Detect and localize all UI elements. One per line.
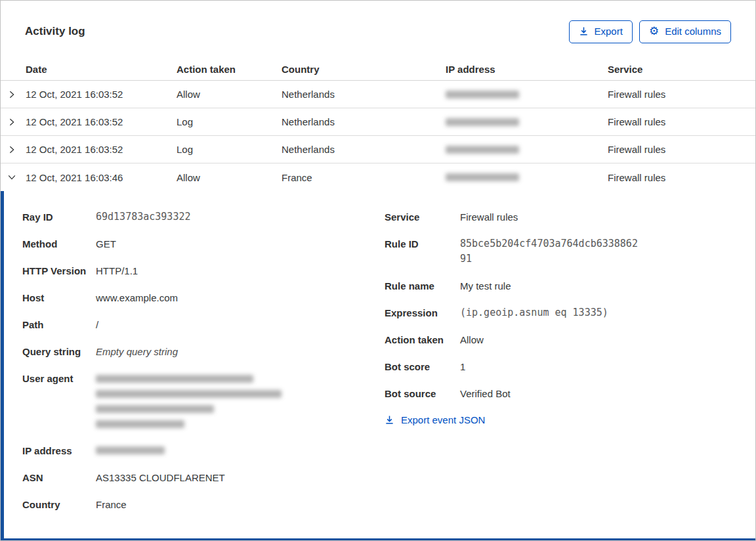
page-title: Activity log — [25, 25, 85, 38]
chevron-right-icon[interactable] — [7, 145, 26, 154]
row-service: Firewall rules — [608, 116, 755, 127]
user-agent-redacted — [96, 371, 282, 431]
edit-columns-button-label: Edit columns — [665, 26, 721, 37]
row-action-taken: Log — [177, 116, 282, 127]
detail-bot-score: Bot score 1 — [385, 359, 742, 374]
ip-address-redacted — [96, 443, 165, 458]
chevron-right-icon[interactable] — [7, 90, 26, 99]
detail-service: Service Firewall rules — [385, 209, 742, 225]
download-icon — [385, 415, 394, 425]
column-header-date: Date — [26, 64, 177, 75]
gear-icon — [649, 26, 659, 37]
event-detail-left-column: Ray ID 69d13783ac393322 Method GET HTTP … — [22, 209, 385, 525]
row-action-taken: Log — [177, 144, 282, 155]
edit-columns-button[interactable]: Edit columns — [639, 20, 731, 43]
toolbar: Export Edit columns — [569, 20, 731, 43]
export-button-label: Export — [595, 26, 623, 37]
row-action-taken: Allow — [177, 172, 282, 183]
detail-host: Host www.example.com — [22, 290, 385, 305]
column-header-country: Country — [282, 64, 446, 75]
detail-expression: Expression (ip.geoip.asnum eq 13335) — [385, 305, 742, 320]
event-detail-panel: Ray ID 69d13783ac393322 Method GET HTTP … — [1, 191, 755, 540]
detail-rule-id: Rule ID 85bce5b204cf4703a764dcb633886291 — [385, 236, 742, 267]
detail-rule-name: Rule name My test rule — [385, 278, 742, 293]
table-header: Date Action taken Country IP address Ser… — [1, 58, 755, 81]
detail-query-string: Query string Empty query string — [22, 344, 385, 359]
detail-user-agent: User agent — [22, 371, 385, 431]
table-row[interactable]: 12 Oct, 2021 16:03:52 Log Netherlands Fi… — [1, 108, 755, 136]
detail-bot-source: Bot source Verified Bot — [385, 386, 742, 401]
row-date: 12 Oct, 2021 16:03:52 — [26, 144, 177, 155]
table-row-expanded[interactable]: 12 Oct, 2021 16:03:46 Allow France Firew… — [1, 163, 755, 191]
table-row[interactable]: 12 Oct, 2021 16:03:52 Log Netherlands Fi… — [1, 136, 755, 163]
row-service: Firewall rules — [608, 89, 755, 100]
column-header-service: Service — [608, 64, 755, 75]
download-icon — [579, 26, 589, 36]
row-service: Firewall rules — [608, 144, 755, 155]
detail-ip-address: IP address — [22, 443, 385, 458]
row-country: Netherlands — [282, 144, 446, 155]
row-ip-address-redacted — [446, 118, 608, 126]
chevron-right-icon[interactable] — [7, 118, 26, 127]
detail-path: Path / — [22, 317, 385, 332]
row-date: 12 Oct, 2021 16:03:52 — [26, 89, 177, 100]
row-country: Netherlands — [282, 89, 446, 100]
row-date: 12 Oct, 2021 16:03:46 — [26, 172, 177, 183]
row-country: Netherlands — [282, 116, 446, 127]
detail-country: Country France — [22, 497, 385, 512]
activity-log-header: Activity log Export Edit columns — [1, 1, 755, 58]
detail-ray-id: Ray ID 69d13783ac393322 — [22, 209, 385, 225]
export-button[interactable]: Export — [569, 20, 633, 43]
export-event-json-link[interactable]: Export event JSON — [385, 414, 485, 425]
table-row[interactable]: 12 Oct, 2021 16:03:52 Allow Netherlands … — [1, 81, 755, 108]
row-service: Firewall rules — [608, 172, 755, 183]
chevron-down-icon[interactable] — [7, 173, 26, 182]
export-event-json-label: Export event JSON — [401, 414, 485, 425]
row-action-taken: Allow — [177, 89, 282, 100]
row-ip-address-redacted — [446, 91, 608, 98]
detail-http-version: HTTP Version HTTP/1.1 — [22, 263, 385, 278]
column-header-ip-address: IP address — [446, 64, 608, 75]
row-date: 12 Oct, 2021 16:03:52 — [26, 116, 177, 127]
event-detail-right-column: Service Firewall rules Rule ID 85bce5b20… — [385, 209, 755, 525]
detail-asn: ASN AS13335 CLOUDFLARENET — [22, 470, 385, 485]
row-country: France — [282, 172, 446, 183]
detail-method: Method GET — [22, 236, 385, 251]
detail-action-taken: Action taken Allow — [385, 332, 742, 347]
column-header-action-taken: Action taken — [177, 64, 282, 75]
row-ip-address-redacted — [446, 173, 608, 181]
row-ip-address-redacted — [446, 146, 608, 154]
